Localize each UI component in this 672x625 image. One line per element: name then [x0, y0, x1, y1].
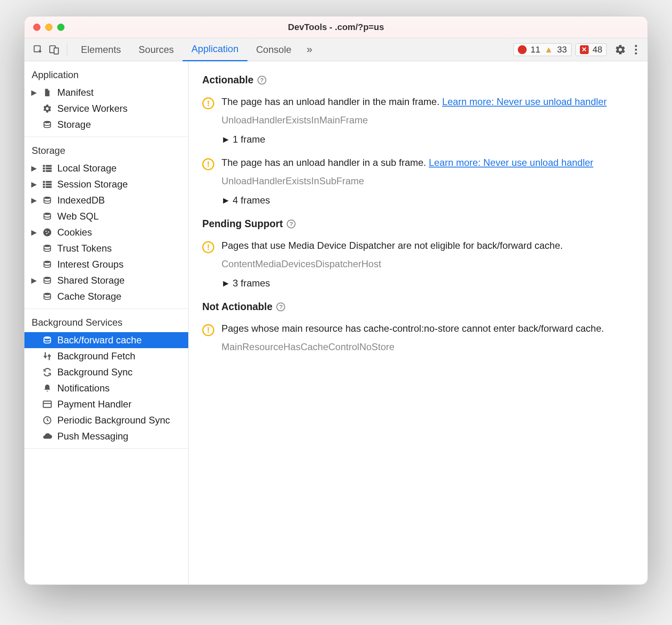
sidebar-item-trust-tokens[interactable]: ▶Trust Tokens	[24, 240, 188, 256]
issue-text: The page has an unload handler in the ma…	[221, 96, 634, 107]
settings-button[interactable]	[611, 44, 630, 55]
learn-more-link[interactable]: Learn more: Never use unload handler	[429, 157, 594, 168]
sidebar-item-periodic-background-sync[interactable]: ▶Periodic Background Sync	[24, 412, 188, 428]
sidebar-item-payment-handler[interactable]: ▶Payment Handler	[24, 396, 188, 412]
issue-row: !Pages that use Media Device Dispatcher …	[202, 240, 634, 270]
sidebar-item-label: Background Fetch	[57, 351, 135, 362]
sync-icon	[42, 367, 52, 377]
sidebar-item-session-storage[interactable]: ▶Session Storage	[24, 176, 188, 192]
expand-caret-icon[interactable]: ▶	[31, 276, 37, 285]
help-icon[interactable]: ?	[276, 302, 285, 311]
messages-pill[interactable]: ✕ 48	[575, 43, 607, 56]
warning-badge-icon: !	[202, 324, 214, 336]
expand-caret-icon[interactable]: ▶	[31, 164, 37, 173]
frames-toggle[interactable]: ▶4 frames	[223, 195, 634, 206]
sidebar-heading: Application	[24, 66, 188, 85]
sidebar-item-label: Session Storage	[57, 179, 128, 190]
sidebar-item-interest-groups[interactable]: ▶Interest Groups	[24, 256, 188, 272]
svg-point-21	[43, 228, 51, 236]
window-title: DevTools - .com/?p=us	[24, 22, 648, 32]
sidebar-item-label: Web SQL	[57, 211, 99, 222]
section-heading: Actionable?	[202, 74, 634, 86]
window-zoom-button[interactable]	[57, 24, 64, 31]
sidebar-heading: Storage	[24, 142, 188, 160]
message-icon: ✕	[580, 45, 589, 54]
storage-icon	[42, 276, 52, 285]
sidebar-item-label: Local Storage	[57, 163, 117, 174]
svg-rect-8	[46, 165, 52, 167]
sidebar-item-notifications[interactable]: ▶Notifications	[24, 380, 188, 396]
svg-point-25	[44, 245, 51, 247]
svg-point-24	[46, 233, 47, 234]
svg-rect-15	[43, 183, 45, 185]
svg-point-5	[635, 52, 637, 54]
sidebar-heading: Background Services	[24, 314, 188, 332]
sidebar-section: Background Services▶Back/forward cache▶B…	[24, 309, 188, 449]
frames-toggle[interactable]: ▶1 frame	[223, 134, 634, 145]
svg-rect-16	[46, 183, 52, 185]
svg-rect-9	[43, 167, 45, 169]
sidebar-item-web-sql[interactable]: ▶Web SQL	[24, 208, 188, 224]
tab-label: Elements	[81, 44, 121, 55]
sidebar-item-service-workers[interactable]: ▶Service Workers	[24, 101, 188, 117]
issue-message: Pages whose main resource has cache-cont…	[221, 323, 604, 334]
issue-text: Pages whose main resource has cache-cont…	[221, 323, 634, 334]
tab-sources[interactable]: Sources	[130, 38, 183, 61]
expand-caret-icon[interactable]: ▶	[31, 228, 37, 237]
devtools-window: DevTools - .com/?p=us Elements Sources A…	[24, 16, 648, 585]
sidebar-item-cookies[interactable]: ▶Cookies	[24, 224, 188, 240]
window-minimize-button[interactable]	[45, 24, 52, 31]
storage-icon	[42, 120, 52, 129]
issue-row: !Pages whose main resource has cache-con…	[202, 323, 634, 353]
svg-rect-13	[43, 181, 45, 183]
kebab-menu-button[interactable]	[630, 44, 642, 55]
device-toggle-icon[interactable]	[46, 42, 62, 58]
expand-caret-icon[interactable]: ▶	[31, 88, 37, 97]
application-sidebar[interactable]: Application▶Manifest▶Service Workers▶Sto…	[24, 61, 189, 585]
sidebar-item-storage[interactable]: ▶Storage	[24, 117, 188, 133]
issue-body: Pages that use Media Device Dispatcher a…	[221, 240, 634, 270]
devtools-toolbar: Elements Sources Application Console » ✕…	[24, 38, 648, 61]
more-tabs-button[interactable]: »	[300, 43, 319, 56]
tab-application[interactable]: Application	[183, 38, 247, 61]
card-icon	[42, 400, 52, 408]
sidebar-item-background-sync[interactable]: ▶Background Sync	[24, 364, 188, 380]
sidebar-item-indexeddb[interactable]: ▶IndexedDB	[24, 192, 188, 208]
traffic-lights	[24, 24, 64, 31]
expand-caret-icon[interactable]: ▶	[31, 180, 37, 189]
svg-point-27	[44, 277, 51, 279]
issue-row: !The page has an unload handler in a sub…	[202, 157, 634, 187]
frames-toggle[interactable]: ▶3 frames	[223, 278, 634, 289]
gear-icon	[42, 104, 52, 113]
svg-point-28	[44, 293, 51, 295]
svg-rect-2	[54, 48, 58, 54]
window-close-button[interactable]	[33, 24, 40, 31]
sidebar-item-back-forward-cache[interactable]: ▶Back/forward cache	[24, 332, 188, 348]
expand-caret-icon[interactable]: ▶	[31, 196, 37, 205]
tab-elements[interactable]: Elements	[72, 38, 130, 61]
error-count: 11	[531, 44, 540, 55]
errors-warnings-pill[interactable]: ✕ 11 ▲ 33	[513, 43, 571, 56]
sidebar-item-push-messaging[interactable]: ▶Push Messaging	[24, 428, 188, 444]
help-icon[interactable]: ?	[287, 220, 296, 228]
separator	[67, 43, 67, 56]
svg-rect-10	[46, 167, 52, 169]
sidebar-item-local-storage[interactable]: ▶Local Storage	[24, 160, 188, 176]
storage-icon	[42, 292, 52, 301]
sidebar-item-background-fetch[interactable]: ▶Background Fetch	[24, 348, 188, 364]
message-count: 48	[593, 44, 602, 55]
expand-caret-icon: ▶	[223, 196, 229, 205]
sidebar-item-manifest[interactable]: ▶Manifest	[24, 85, 188, 101]
inspect-element-icon[interactable]	[30, 42, 46, 58]
help-icon[interactable]: ?	[258, 76, 266, 85]
section-heading-text: Not Actionable	[202, 301, 272, 312]
tab-label: Sources	[139, 44, 174, 55]
svg-rect-12	[46, 170, 52, 172]
sidebar-item-cache-storage[interactable]: ▶Cache Storage	[24, 288, 188, 304]
learn-more-link[interactable]: Learn more: Never use unload handler	[442, 96, 607, 107]
tab-console[interactable]: Console	[247, 38, 300, 61]
bell-icon	[42, 383, 52, 393]
sidebar-item-shared-storage[interactable]: ▶Shared Storage	[24, 272, 188, 288]
sidebar-item-label: Payment Handler	[57, 399, 131, 410]
issue-body: The page has an unload handler in the ma…	[221, 96, 634, 126]
